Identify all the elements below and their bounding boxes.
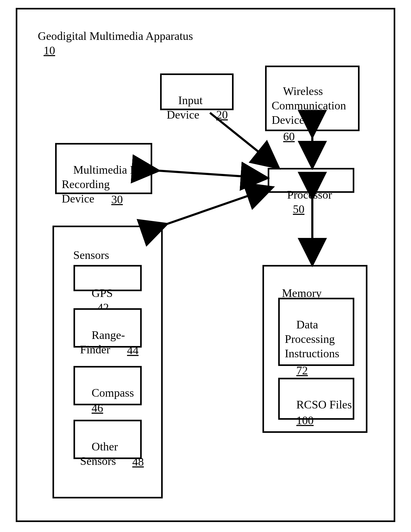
other-sensors-label: Other Sensors <box>80 425 118 483</box>
input-device-label: Input Device <box>167 79 203 136</box>
rcso-ref: 100 <box>285 399 314 442</box>
other-sensors-ref: 48 <box>121 440 144 483</box>
wireless-ref: 60 <box>272 115 295 158</box>
multimedia-ref: 30 <box>100 178 123 221</box>
processor-ref: 50 <box>293 203 304 216</box>
apparatus-title: Geodigital Multimedia Apparatus 10 <box>26 14 193 72</box>
input-device-ref: 20 <box>205 93 228 136</box>
range-finder-ref: 44 <box>115 329 139 372</box>
diagram-root: Geodigital Multimedia Apparatus 10 Input… <box>0 0 411 532</box>
processor-label: Processor 50 <box>276 173 332 231</box>
apparatus-title-ref: 10 <box>44 44 55 57</box>
apparatus-title-text: Geodigital Multimedia Apparatus <box>38 30 193 42</box>
